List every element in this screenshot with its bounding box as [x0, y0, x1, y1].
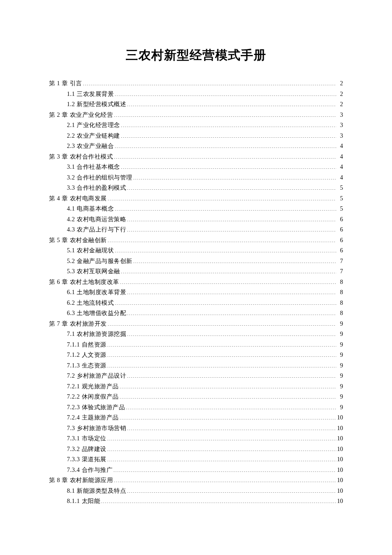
toc-entry-label: 第 7 章 农村旅游开发	[49, 321, 107, 327]
toc-entry[interactable]: 5.1 农村金融现状6	[49, 247, 343, 254]
toc-entry-label: 7.1.1 自然资源	[67, 342, 107, 348]
toc-entry[interactable]: 2.1 产业化经营理念3	[49, 122, 343, 128]
toc-entry[interactable]: 7.3 乡村旅游市场营销10	[49, 425, 343, 431]
toc-leader-dots	[133, 174, 337, 179]
toc-leader-dots	[107, 362, 337, 367]
toc-entry-label: 5.2 金融产品与服务创新	[67, 258, 133, 264]
toc-entry-label: 第 8 章 农村新能源应用	[49, 477, 113, 483]
toc-leader-dots	[115, 91, 336, 96]
toc-entry-label: 5.1 农村金融现状	[67, 248, 114, 254]
toc-leader-dots	[107, 341, 337, 347]
toc-entry-page: 8	[337, 300, 343, 306]
toc-leader-dots	[127, 185, 336, 190]
toc-entry[interactable]: 7.2.1 观光旅游产品9	[49, 383, 343, 390]
toc-entry[interactable]: 5.2 金融产品与服务创新7	[49, 258, 343, 264]
toc-entry-label: 2.1 产业化经营理念	[67, 122, 120, 128]
toc-leader-dots	[115, 143, 336, 148]
toc-entry[interactable]: 3.1 合作社基本概念4	[49, 164, 343, 170]
toc-entry[interactable]: 2.2 农业产业链构建3	[49, 133, 343, 139]
toc-leader-dots	[120, 279, 337, 284]
toc-entry[interactable]: 7.2.3 体验式旅游产品9	[49, 404, 343, 410]
toc-entry[interactable]: 第 2 章 农业产业化经营3	[49, 112, 343, 118]
toc-entry-label: 6.3 土地增值收益分配	[67, 310, 126, 316]
toc-entry[interactable]: 7.3.1 市场定位 10	[49, 435, 343, 442]
toc-entry-page: 9	[337, 321, 343, 327]
toc-leader-dots	[127, 289, 336, 294]
toc-entry-label: 6.1 土地制度改革背景	[67, 289, 126, 295]
toc-leader-dots	[121, 164, 337, 169]
toc-entry-label: 7.2.4 主题旅游产品	[67, 415, 119, 421]
toc-entry[interactable]: 7.3.4 合作与推广10	[49, 467, 343, 473]
toc-entry-label: 第 2 章 农业产业化经营	[49, 112, 113, 118]
toc-entry-page: 9	[337, 394, 343, 400]
toc-entry-label: 7.2.2 休闲度假产品	[67, 394, 119, 400]
toc-entry[interactable]: 7.2 乡村旅游产品设计9	[49, 373, 343, 379]
toc-entry-page: 6	[337, 217, 343, 223]
toc-entry[interactable]: 第 3 章 农村合作社模式4	[49, 153, 343, 160]
toc-entry[interactable]: 第 5 章 农村金融创新6	[49, 237, 343, 243]
toc-entry[interactable]: 1.1 三农发展背景2	[49, 91, 343, 97]
toc-entry-page: 7	[337, 269, 343, 275]
toc-entry-label: 3.2 合作社的组织与管理	[67, 175, 133, 181]
table-of-contents: 第 1 章 引言 21.1 三农发展背景21.2 新型经营模式概述2第 2 章 …	[49, 80, 343, 504]
toc-entry[interactable]: 7.1.1 自然资源9	[49, 341, 343, 348]
toc-leader-dots	[120, 393, 337, 399]
toc-entry-page: 7	[337, 258, 343, 264]
toc-entry-page: 10	[337, 467, 343, 473]
toc-entry-label: 7.1.2 人文资源	[67, 352, 107, 358]
toc-entry[interactable]: 6.3 土地增值收益分配8	[49, 310, 343, 316]
toc-entry[interactable]: 1.2 新型经营模式概述2	[49, 101, 343, 107]
toc-entry-page: 10	[337, 415, 343, 421]
toc-entry-label: 4.1 电商基本概念	[67, 206, 114, 212]
document-title: 三农村新型经营模式手册	[49, 47, 343, 64]
toc-entry-label: 7.3 乡村旅游市场营销	[67, 425, 126, 431]
toc-entry-page: 10	[337, 446, 343, 452]
toc-entry[interactable]: 3.3 合作社的盈利模式5	[49, 185, 343, 191]
toc-entry[interactable]: 7.2.2 休闲度假产品9	[49, 393, 343, 400]
toc-entry-page: 9	[337, 405, 343, 410]
toc-entry[interactable]: 第 4 章 农村电商发展5	[49, 195, 343, 202]
toc-entry[interactable]: 第 6 章 农村土地制度改革8	[49, 279, 343, 285]
toc-entry[interactable]: 2.3 农业产业融合4	[49, 143, 343, 149]
toc-entry-page: 2	[337, 91, 343, 97]
toc-entry[interactable]: 4.3 农产品上行与下行6	[49, 226, 343, 233]
toc-entry[interactable]: 7.1 农村旅游资源挖掘9	[49, 331, 343, 337]
toc-entry[interactable]: 6.1 土地制度改革背景8	[49, 289, 343, 295]
toc-entry[interactable]: 6.2 土地流转模式8	[49, 300, 343, 306]
toc-entry[interactable]: 第 1 章 引言 2	[49, 80, 343, 87]
toc-entry[interactable]: 7.1.2 人文资源9	[49, 352, 343, 358]
toc-entry[interactable]: 8.1.1 太阳能 10	[49, 498, 343, 504]
toc-entry[interactable]: 第 8 章 农村新能源应用10	[49, 477, 343, 483]
toc-entry[interactable]: 7.2.4 主题旅游产品10	[49, 414, 343, 421]
toc-entry-page: 9	[337, 384, 343, 390]
toc-leader-dots	[115, 247, 336, 252]
toc-entry[interactable]: 7.3.2 品牌建设 10	[49, 446, 343, 452]
toc-entry-page: 6	[337, 227, 343, 233]
toc-entry[interactable]: 4.2 农村电商运营策略6	[49, 216, 343, 223]
toc-leader-dots	[108, 321, 337, 326]
toc-entry-page: 10	[337, 477, 343, 483]
toc-entry[interactable]: 5.3 农村互联网金融7	[49, 268, 343, 275]
toc-entry-page: 10	[337, 425, 343, 431]
toc-leader-dots	[114, 153, 336, 159]
toc-leader-dots	[113, 467, 336, 472]
toc-leader-dots	[107, 446, 337, 451]
toc-entry-page: 6	[337, 237, 343, 243]
toc-leader-dots	[127, 331, 336, 336]
toc-entry[interactable]: 第 7 章 农村旅游开发9	[49, 321, 343, 327]
toc-entry-label: 第 1 章 引言	[49, 81, 82, 87]
toc-entry[interactable]: 7.3.3 渠道拓展 10	[49, 456, 343, 462]
toc-entry[interactable]: 4.1 电商基本概念5	[49, 205, 343, 212]
toc-entry-label: 4.2 农村电商运营策略	[67, 217, 126, 223]
toc-entry-page: 3	[337, 122, 343, 128]
toc-entry-label: 1.1 三农发展背景	[67, 91, 114, 97]
toc-leader-dots	[108, 237, 337, 242]
toc-leader-dots	[114, 112, 336, 117]
toc-entry-page: 9	[337, 352, 343, 358]
toc-entry-page: 10	[337, 488, 343, 494]
toc-entry[interactable]: 3.2 合作社的组织与管理4	[49, 174, 343, 181]
toc-entry[interactable]: 8.1 新能源类型及特点10	[49, 488, 343, 494]
toc-entry[interactable]: 7.1.3 生态资源9	[49, 362, 343, 369]
toc-leader-dots	[83, 80, 337, 85]
toc-entry-label: 7.1 农村旅游资源挖掘	[67, 331, 126, 337]
